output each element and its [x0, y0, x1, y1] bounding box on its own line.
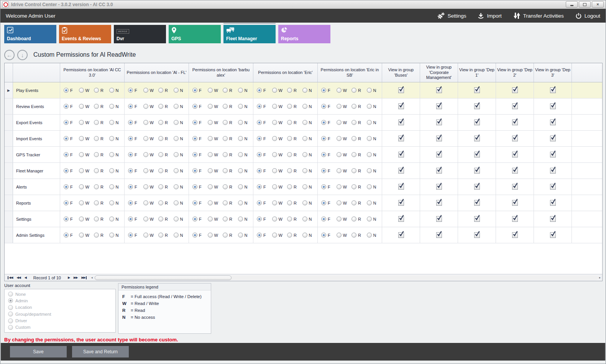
radio-N[interactable] [109, 233, 114, 238]
radio-F-selected[interactable] [257, 152, 262, 157]
permission-option-W[interactable]: W [143, 152, 159, 157]
radio-N[interactable] [367, 184, 372, 189]
permission-option-F[interactable]: F [192, 136, 208, 141]
permission-option-N[interactable]: N [238, 152, 253, 157]
permission-option-W[interactable]: W [79, 136, 94, 141]
radio-N[interactable] [302, 88, 307, 93]
permission-option-N[interactable]: N [367, 104, 382, 109]
minimize-button[interactable] [566, 1, 578, 8]
radio-W[interactable] [272, 216, 277, 221]
column-header-group-1[interactable]: View in group 'Corporate Management' [420, 63, 458, 82]
permission-option-W[interactable]: W [79, 184, 94, 189]
group-checkbox-checked[interactable] [550, 120, 556, 125]
radio-N[interactable] [302, 233, 307, 238]
radio-W[interactable] [272, 233, 277, 238]
radio-F-selected[interactable] [64, 216, 69, 221]
radio-F-selected[interactable] [128, 200, 133, 205]
permission-option-N[interactable]: N [174, 184, 189, 189]
permission-option-F[interactable]: F [257, 120, 272, 125]
radio-R[interactable] [223, 152, 228, 157]
group-checkbox-checked[interactable] [436, 103, 442, 109]
permission-option-W[interactable]: W [272, 104, 287, 109]
radio-N[interactable] [302, 152, 307, 157]
radio-F-selected[interactable] [257, 136, 262, 141]
radio-F-selected[interactable] [321, 120, 326, 125]
prev-record-button[interactable]: ◀ [23, 276, 28, 279]
permission-option-W[interactable]: W [208, 184, 223, 189]
radio-W[interactable] [143, 136, 148, 141]
radio-N[interactable] [367, 168, 372, 173]
radio-W[interactable] [337, 168, 342, 173]
permission-option-W[interactable]: W [337, 233, 352, 238]
permission-option-F[interactable]: F [192, 152, 208, 157]
radio-R[interactable] [158, 104, 163, 109]
permission-option-W[interactable]: W [337, 104, 352, 109]
radio-N[interactable] [238, 104, 243, 109]
radio-N[interactable] [367, 200, 372, 205]
permission-option-R[interactable]: R [287, 233, 302, 238]
permission-option-W[interactable]: W [208, 216, 223, 221]
scroll-down-button[interactable]: ↓ [17, 50, 28, 60]
permission-option-W[interactable]: W [208, 168, 223, 173]
permission-option-W[interactable]: W [143, 104, 159, 109]
radio-W[interactable] [208, 233, 213, 238]
permission-option-N[interactable]: N [238, 184, 253, 189]
group-checkbox-checked[interactable] [550, 168, 556, 174]
permission-option-F[interactable]: F [64, 168, 79, 173]
permission-option-F[interactable]: F [192, 200, 208, 205]
radio-N[interactable] [109, 120, 114, 125]
radio-R[interactable] [287, 104, 292, 109]
permission-option-F[interactable]: F [128, 184, 143, 189]
radio-W[interactable] [337, 88, 342, 93]
permission-option-W[interactable]: W [143, 184, 159, 189]
group-checkbox-checked[interactable] [550, 200, 556, 206]
radio-R[interactable] [287, 233, 292, 238]
group-checkbox-checked[interactable] [398, 87, 404, 93]
permission-option-R[interactable]: R [287, 168, 302, 173]
radio-R[interactable] [287, 200, 292, 205]
radio-W[interactable] [143, 184, 148, 189]
radio-W[interactable] [272, 136, 277, 141]
import-button[interactable]: Import [478, 13, 501, 19]
radio-F-selected[interactable] [128, 152, 133, 157]
radio-R[interactable] [287, 120, 292, 125]
permission-option-R[interactable]: R [158, 120, 174, 125]
group-checkbox-checked[interactable] [512, 136, 518, 141]
radio-N[interactable] [238, 233, 243, 238]
radio-F-selected[interactable] [192, 233, 197, 238]
radio-F-selected[interactable] [257, 233, 262, 238]
permission-option-R[interactable]: R [287, 216, 302, 221]
permission-option-F[interactable]: F [192, 184, 208, 189]
permission-option-W[interactable]: W [79, 152, 94, 157]
permission-option-W[interactable]: W [143, 168, 159, 173]
radio-W[interactable] [143, 168, 148, 173]
permission-option-N[interactable]: N [302, 200, 318, 205]
radio-R[interactable] [94, 200, 99, 205]
permission-option-F[interactable]: F [64, 136, 79, 141]
radio-R[interactable] [351, 233, 356, 238]
permission-option-F[interactable]: F [321, 136, 337, 141]
group-checkbox-checked[interactable] [550, 103, 556, 109]
radio-R[interactable] [287, 152, 292, 157]
radio-F-selected[interactable] [192, 120, 197, 125]
radio-R[interactable] [351, 88, 356, 93]
permission-option-N[interactable]: N [109, 88, 125, 93]
radio-N[interactable] [302, 184, 307, 189]
radio-none[interactable] [8, 292, 13, 297]
group-checkbox-checked[interactable] [550, 184, 556, 190]
radio-R[interactable] [94, 120, 99, 125]
permission-option-F[interactable]: F [257, 136, 272, 141]
radio-R[interactable] [158, 216, 163, 221]
permission-option-R[interactable]: R [94, 88, 109, 93]
logout-button[interactable]: Logout [575, 13, 600, 19]
radio-W[interactable] [79, 120, 84, 125]
radio-W[interactable] [79, 152, 84, 157]
column-header-location-4[interactable]: Permissions on location 'Eric in SB' [318, 63, 382, 82]
radio-R[interactable] [223, 200, 228, 205]
permission-option-N[interactable]: N [238, 120, 253, 125]
radio-F-selected[interactable] [64, 120, 69, 125]
radio-admin-selected[interactable] [8, 298, 13, 303]
radio-F-selected[interactable] [321, 88, 326, 93]
radio-F-selected[interactable] [128, 120, 133, 125]
permission-option-W[interactable]: W [143, 200, 159, 205]
